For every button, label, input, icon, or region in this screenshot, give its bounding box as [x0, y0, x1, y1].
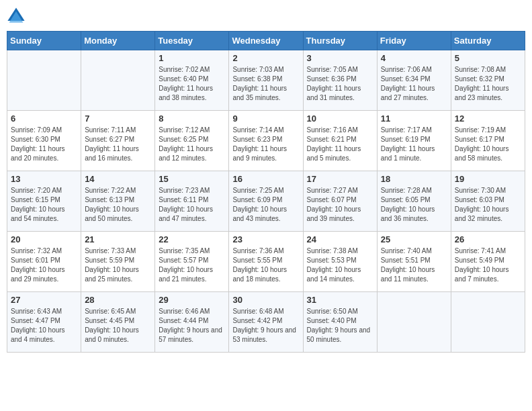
day-number: 18	[381, 174, 447, 184]
calendar-cell: 30Sunrise: 6:48 AM Sunset: 4:42 PM Dayli…	[229, 292, 303, 353]
day-info: Sunrise: 7:08 AM Sunset: 6:32 PM Dayligh…	[455, 65, 521, 103]
day-info: Sunrise: 7:35 AM Sunset: 5:57 PM Dayligh…	[159, 246, 225, 284]
day-info: Sunrise: 7:09 AM Sunset: 6:30 PM Dayligh…	[11, 126, 77, 163]
day-number: 25	[381, 234, 447, 244]
day-number: 14	[85, 174, 151, 184]
day-number: 16	[232, 174, 299, 184]
day-number: 24	[307, 234, 373, 244]
day-info: Sunrise: 6:43 AM Sunset: 4:47 PM Dayligh…	[11, 307, 77, 345]
day-info: Sunrise: 7:41 AM Sunset: 5:49 PM Dayligh…	[455, 246, 521, 284]
calendar-cell: 25Sunrise: 7:40 AM Sunset: 5:51 PM Dayli…	[377, 232, 451, 292]
calendar-cell: 4Sunrise: 7:06 AM Sunset: 6:34 PM Daylig…	[377, 50, 451, 111]
day-number: 11	[381, 113, 447, 124]
day-number: 10	[307, 113, 373, 124]
calendar-cell: 3Sunrise: 7:05 AM Sunset: 6:36 PM Daylig…	[303, 50, 377, 111]
calendar-cell: 18Sunrise: 7:28 AM Sunset: 6:05 PM Dayli…	[377, 171, 451, 232]
calendar-cell: 19Sunrise: 7:30 AM Sunset: 6:03 PM Dayli…	[451, 171, 525, 232]
day-info: Sunrise: 7:33 AM Sunset: 5:59 PM Dayligh…	[85, 246, 151, 284]
day-info: Sunrise: 7:11 AM Sunset: 6:27 PM Dayligh…	[85, 126, 151, 163]
day-info: Sunrise: 7:02 AM Sunset: 6:40 PM Dayligh…	[159, 65, 225, 103]
calendar-cell: 27Sunrise: 6:43 AM Sunset: 4:47 PM Dayli…	[7, 292, 81, 353]
calendar-cell: 5Sunrise: 7:08 AM Sunset: 6:32 PM Daylig…	[451, 50, 525, 111]
calendar-cell	[451, 292, 525, 353]
day-number: 12	[455, 113, 521, 124]
calendar-table: SundayMondayTuesdayWednesdayThursdayFrid…	[7, 31, 525, 353]
day-number: 13	[11, 174, 77, 184]
day-of-week-header: Friday	[377, 32, 451, 50]
day-number: 27	[11, 295, 77, 305]
calendar-week-row: 27Sunrise: 6:43 AM Sunset: 4:47 PM Dayli…	[7, 292, 525, 353]
calendar-cell: 9Sunrise: 7:14 AM Sunset: 6:23 PM Daylig…	[229, 111, 303, 171]
calendar-cell: 7Sunrise: 7:11 AM Sunset: 6:27 PM Daylig…	[81, 111, 155, 171]
day-info: Sunrise: 7:17 AM Sunset: 6:19 PM Dayligh…	[381, 126, 447, 163]
day-info: Sunrise: 7:25 AM Sunset: 6:09 PM Dayligh…	[232, 186, 299, 224]
day-number: 4	[381, 53, 447, 63]
day-number: 6	[11, 113, 77, 124]
calendar-cell: 10Sunrise: 7:16 AM Sunset: 6:21 PM Dayli…	[303, 111, 377, 171]
calendar-cell: 22Sunrise: 7:35 AM Sunset: 5:57 PM Dayli…	[155, 232, 229, 292]
day-number: 30	[232, 295, 299, 305]
day-info: Sunrise: 7:20 AM Sunset: 6:15 PM Dayligh…	[11, 186, 77, 224]
day-info: Sunrise: 7:28 AM Sunset: 6:05 PM Dayligh…	[381, 186, 447, 224]
calendar-cell: 13Sunrise: 7:20 AM Sunset: 6:15 PM Dayli…	[7, 171, 81, 232]
calendar-cell: 16Sunrise: 7:25 AM Sunset: 6:09 PM Dayli…	[229, 171, 303, 232]
day-number: 17	[307, 174, 373, 184]
day-number: 8	[159, 113, 225, 124]
day-info: Sunrise: 7:27 AM Sunset: 6:07 PM Dayligh…	[307, 186, 373, 224]
calendar-header: SundayMondayTuesdayWednesdayThursdayFrid…	[7, 32, 525, 50]
calendar-cell: 28Sunrise: 6:45 AM Sunset: 4:45 PM Dayli…	[81, 292, 155, 353]
day-of-week-header: Tuesday	[155, 32, 229, 50]
calendar-cell: 26Sunrise: 7:41 AM Sunset: 5:49 PM Dayli…	[451, 232, 525, 292]
day-number: 15	[159, 174, 225, 184]
calendar-week-row: 13Sunrise: 7:20 AM Sunset: 6:15 PM Dayli…	[7, 171, 525, 232]
day-info: Sunrise: 7:05 AM Sunset: 6:36 PM Dayligh…	[307, 65, 373, 103]
day-number: 21	[85, 234, 151, 244]
day-number: 29	[159, 295, 225, 305]
calendar-cell: 2Sunrise: 7:03 AM Sunset: 6:38 PM Daylig…	[229, 50, 303, 111]
calendar-week-row: 1Sunrise: 7:02 AM Sunset: 6:40 PM Daylig…	[7, 50, 525, 111]
calendar-cell	[377, 292, 451, 353]
calendar-cell: 23Sunrise: 7:36 AM Sunset: 5:55 PM Dayli…	[229, 232, 303, 292]
day-number: 2	[232, 53, 299, 63]
calendar-cell: 17Sunrise: 7:27 AM Sunset: 6:07 PM Dayli…	[303, 171, 377, 232]
day-info: Sunrise: 7:12 AM Sunset: 6:25 PM Dayligh…	[159, 126, 225, 163]
day-number: 26	[455, 234, 521, 244]
day-number: 9	[232, 113, 299, 124]
day-of-week-header: Thursday	[303, 32, 377, 50]
calendar-week-row: 6Sunrise: 7:09 AM Sunset: 6:30 PM Daylig…	[7, 111, 525, 171]
calendar-cell: 11Sunrise: 7:17 AM Sunset: 6:19 PM Dayli…	[377, 111, 451, 171]
calendar-cell: 24Sunrise: 7:38 AM Sunset: 5:53 PM Dayli…	[303, 232, 377, 292]
day-info: Sunrise: 6:50 AM Sunset: 4:40 PM Dayligh…	[307, 307, 373, 345]
day-number: 23	[232, 234, 299, 244]
calendar-cell: 1Sunrise: 7:02 AM Sunset: 6:40 PM Daylig…	[155, 50, 229, 111]
calendar-cell: 6Sunrise: 7:09 AM Sunset: 6:30 PM Daylig…	[7, 111, 81, 171]
day-of-week-header: Sunday	[7, 32, 81, 50]
day-number: 20	[11, 234, 77, 244]
day-of-week-header: Wednesday	[229, 32, 303, 50]
day-info: Sunrise: 7:30 AM Sunset: 6:03 PM Dayligh…	[455, 186, 521, 224]
day-info: Sunrise: 7:38 AM Sunset: 5:53 PM Dayligh…	[307, 246, 373, 284]
day-info: Sunrise: 7:40 AM Sunset: 5:51 PM Dayligh…	[381, 246, 447, 284]
day-number: 1	[159, 53, 225, 63]
day-number: 22	[159, 234, 225, 244]
day-number: 31	[307, 295, 373, 305]
page-header	[7, 7, 525, 26]
day-number: 3	[307, 53, 373, 63]
day-number: 19	[455, 174, 521, 184]
day-info: Sunrise: 7:03 AM Sunset: 6:38 PM Dayligh…	[232, 65, 299, 103]
day-of-week-header: Saturday	[451, 32, 525, 50]
calendar-cell: 14Sunrise: 7:22 AM Sunset: 6:13 PM Dayli…	[81, 171, 155, 232]
calendar-week-row: 20Sunrise: 7:32 AM Sunset: 6:01 PM Dayli…	[7, 232, 525, 292]
day-info: Sunrise: 7:19 AM Sunset: 6:17 PM Dayligh…	[455, 126, 521, 163]
day-info: Sunrise: 6:46 AM Sunset: 4:44 PM Dayligh…	[159, 307, 225, 345]
day-info: Sunrise: 7:16 AM Sunset: 6:21 PM Dayligh…	[307, 126, 373, 163]
day-info: Sunrise: 7:36 AM Sunset: 5:55 PM Dayligh…	[232, 246, 299, 284]
calendar-cell	[7, 50, 81, 111]
day-info: Sunrise: 6:45 AM Sunset: 4:45 PM Dayligh…	[85, 307, 151, 345]
day-of-week-header: Monday	[81, 32, 155, 50]
day-info: Sunrise: 7:06 AM Sunset: 6:34 PM Dayligh…	[381, 65, 447, 103]
calendar-cell: 15Sunrise: 7:23 AM Sunset: 6:11 PM Dayli…	[155, 171, 229, 232]
day-number: 28	[85, 295, 151, 305]
calendar-cell	[81, 50, 155, 111]
day-info: Sunrise: 7:23 AM Sunset: 6:11 PM Dayligh…	[159, 186, 225, 224]
